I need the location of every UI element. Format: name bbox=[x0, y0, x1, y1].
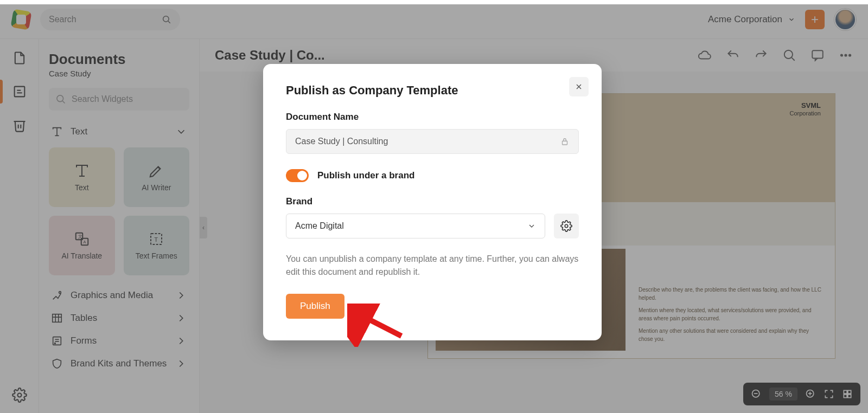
brand-select[interactable]: Acme Digital bbox=[286, 214, 545, 238]
publish-modal: Publish as Company Template Document Nam… bbox=[263, 64, 602, 340]
lock-icon bbox=[560, 137, 570, 146]
publish-brand-toggle[interactable] bbox=[286, 169, 309, 182]
brand-settings-button[interactable] bbox=[554, 214, 579, 238]
modal-hint: You can unpublish a company template at … bbox=[286, 253, 579, 279]
close-button[interactable] bbox=[569, 77, 589, 96]
svg-rect-46 bbox=[563, 141, 567, 145]
brand-label: Brand bbox=[286, 196, 579, 207]
publish-button[interactable]: Publish bbox=[286, 294, 344, 319]
doc-name-input: Case Study | Consulting bbox=[286, 129, 579, 154]
doc-name-label: Document Name bbox=[286, 112, 579, 122]
modal-title: Publish as Company Template bbox=[286, 83, 579, 98]
chevron-down-icon bbox=[527, 222, 536, 230]
svg-point-47 bbox=[565, 224, 568, 228]
toggle-label: Publish under a brand bbox=[317, 170, 414, 181]
